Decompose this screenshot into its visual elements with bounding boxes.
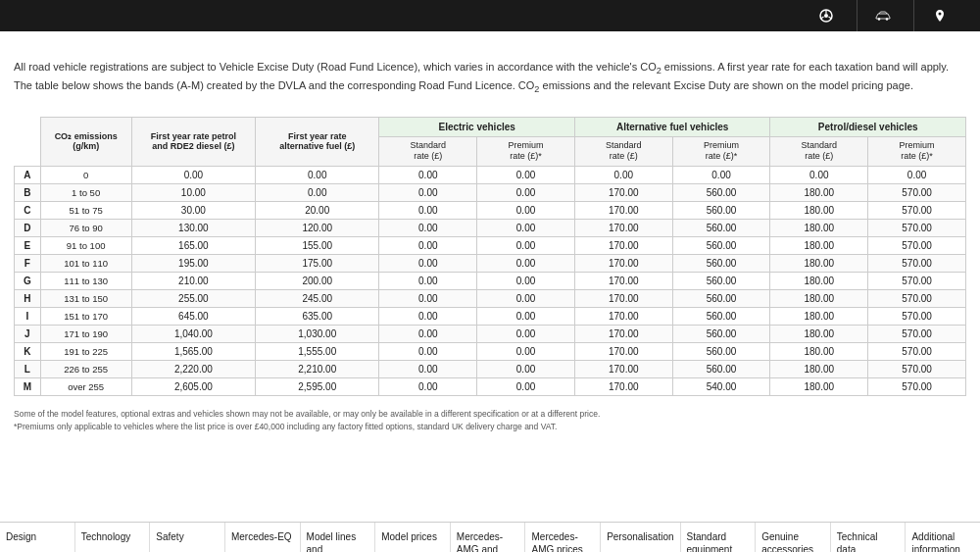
petrol-std-cell: 180.00 [770,202,868,220]
ev-std-cell: 0.00 [379,378,477,396]
bottom-nav-item-7[interactable]: Mercedes-AMG prices [525,523,601,552]
ev-prem-cell: 0.00 [477,167,575,184]
co2-cell: 76 to 90 [40,220,131,237]
petrol-first-cell: 210.00 [131,273,255,290]
bottom-nav-item-0[interactable]: Design [0,523,75,552]
alt-prem-cell: 560.00 [672,202,770,220]
petrol-prem-cell: 570.00 [868,202,966,220]
alt-std-cell: 170.00 [574,378,672,396]
alt-fuel-group-header: Alternative fuel vehicles [574,117,770,136]
find-showroom-nav[interactable] [913,0,970,31]
bottom-nav-item-9[interactable]: Standard equipment [681,523,757,552]
alt-first-cell: 635.00 [256,308,379,326]
table-row: B 1 to 50 10.00 0.00 0.00 0.00 170.00 56… [15,184,966,202]
table-row: E 91 to 100 165.00 155.00 0.00 0.00 170.… [15,237,966,255]
table-row: K 191 to 225 1,565.00 1,555.00 0.00 0.00… [15,343,966,361]
petrol-prem-cell: 0.00 [868,167,966,184]
bottom-nav-item-6[interactable]: Mercedes-AMG and upholstery [451,523,526,552]
petrol-std-cell: 180.00 [770,220,868,237]
petrol-std-cell: 180.00 [770,308,868,326]
book-test-drive-nav[interactable] [801,0,857,31]
alt-first-cell: 1,030.00 [256,326,379,343]
bottom-nav-item-2[interactable]: Safety [150,523,225,552]
ev-std-cell: 0.00 [379,255,477,273]
table-row: D 76 to 90 130.00 120.00 0.00 0.00 170.0… [15,220,966,237]
svg-point-5 [878,18,881,21]
empty-header-4: First year ratealternative fuel (£) [256,117,379,166]
petrol-first-cell: 255.00 [131,290,255,308]
petrol-prem-header: Premiumrate (£)* [868,136,966,166]
alt-first-cell: 2,210.00 [256,361,379,378]
petrol-first-cell: 195.00 [131,255,255,273]
alt-std-cell: 170.00 [574,308,672,326]
petrol-first-cell: 130.00 [131,220,255,237]
alt-prem-header: Premiumrate (£)* [672,136,770,166]
alt-prem-cell: 560.00 [672,220,770,237]
petrol-prem-cell: 570.00 [868,273,966,290]
ev-prem-cell: 0.00 [477,308,575,326]
alt-std-cell: 0.00 [574,167,672,184]
petrol-std-cell: 180.00 [770,184,868,202]
ev-std-cell: 0.00 [379,220,477,237]
ev-prem-header: Premiumrate (£)* [477,136,575,166]
alt-first-cell: 20.00 [256,202,379,220]
alt-std-cell: 170.00 [574,237,672,255]
co2-cell: 1 to 50 [40,184,131,202]
find-eqs-nav[interactable] [857,0,913,31]
ev-prem-cell: 0.00 [477,220,575,237]
ev-prem-cell: 0.00 [477,184,575,202]
co2-cell: over 255 [40,378,131,396]
band-cell: A [15,167,41,184]
band-cell: D [15,220,41,237]
footnote-line1: Some of the model features, optional ext… [14,409,600,419]
petrol-std-cell: 180.00 [770,378,868,396]
petrol-prem-cell: 570.00 [868,378,966,396]
alt-prem-cell: 560.00 [672,273,770,290]
band-cell: G [15,273,41,290]
band-cell: J [15,326,41,343]
top-nav [0,0,980,31]
bottom-nav-item-4[interactable]: Model lines and upholstery [301,523,376,552]
petrol-first-cell: 1,565.00 [131,343,255,361]
svg-point-1 [824,14,828,18]
petrol-prem-cell: 570.00 [868,237,966,255]
petrol-prem-cell: 570.00 [868,326,966,343]
co2-cell: 171 to 190 [40,326,131,343]
co2-cell: 111 to 130 [40,273,131,290]
alt-prem-cell: 560.00 [672,308,770,326]
bottom-nav-item-12[interactable]: Additional information [906,523,980,552]
alt-first-cell: 245.00 [256,290,379,308]
bottom-nav-item-1[interactable]: Technology [75,523,151,552]
table-row: L 226 to 255 2,220.00 2,210.00 0.00 0.00… [15,361,966,378]
petrol-first-cell: 10.00 [131,184,255,202]
alt-std-header: Standardrate (£) [574,136,672,166]
group-header-row: CO₂ emissions(g/km) First year rate petr… [15,117,966,136]
petrol-prem-cell: 570.00 [868,290,966,308]
petrol-std-cell: 180.00 [770,326,868,343]
alt-prem-cell: 560.00 [672,184,770,202]
svg-line-3 [821,17,824,19]
petrol-first-cell: 645.00 [131,308,255,326]
co2-cell: 101 to 110 [40,255,131,273]
main-content: All road vehicle registrations are subje… [0,31,980,512]
alt-std-cell: 170.00 [574,255,672,273]
table-row: G 111 to 130 210.00 200.00 0.00 0.00 170… [15,273,966,290]
ev-std-header: Standardrate (£) [379,136,477,166]
table-body: A 0 0.00 0.00 0.00 0.00 0.00 0.00 0.00 0… [15,167,966,396]
band-cell: H [15,290,41,308]
bottom-nav-item-10[interactable]: Genuine accessories [756,523,831,552]
co2-cell: 226 to 255 [40,361,131,378]
co2-cell: 191 to 225 [40,343,131,361]
ev-prem-cell: 0.00 [477,326,575,343]
ev-std-cell: 0.00 [379,167,477,184]
alt-std-cell: 170.00 [574,202,672,220]
co2-cell: 51 to 75 [40,202,131,220]
bottom-nav-item-3[interactable]: Mercedes-EQ [225,523,301,552]
bottom-nav-item-11[interactable]: Technical data [831,523,906,552]
bottom-nav-item-5[interactable]: Model prices [375,523,451,552]
petrol-first-cell: 2,605.00 [131,378,255,396]
alt-prem-cell: 560.00 [672,255,770,273]
band-cell: E [15,237,41,255]
ev-std-cell: 0.00 [379,343,477,361]
bottom-nav-item-8[interactable]: Personalisation [601,523,680,552]
